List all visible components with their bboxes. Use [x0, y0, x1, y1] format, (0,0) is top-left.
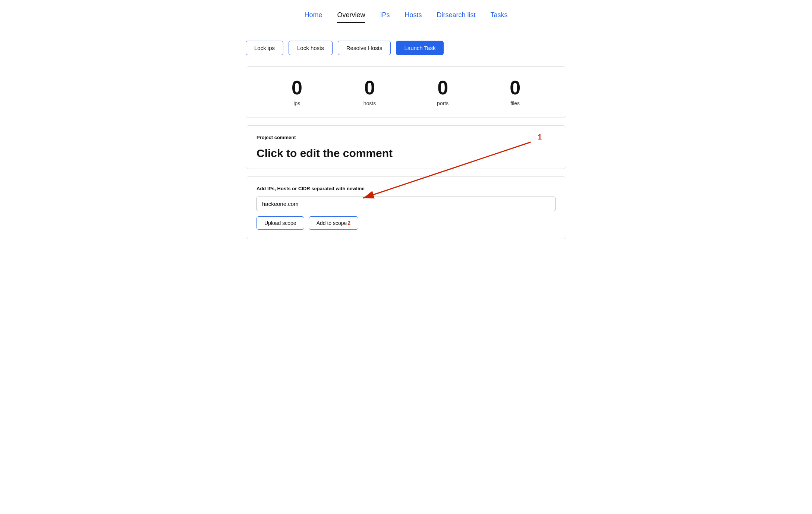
add-to-scope-button[interactable]: Add to scope2	[309, 216, 359, 230]
project-comment-card: Project comment Click to edit the commen…	[246, 125, 566, 169]
nav-dirsearch[interactable]: Dirsearch list	[437, 11, 476, 22]
stat-files-value: 0	[510, 78, 520, 97]
add-to-scope-badge: 2	[347, 220, 350, 226]
nav-hosts[interactable]: Hosts	[405, 11, 422, 22]
stat-hosts: 0 hosts	[363, 78, 376, 106]
add-ips-title: Add IPs, Hosts or CIDR separated with ne…	[256, 186, 556, 191]
stat-ports: 0 ports	[437, 78, 449, 106]
launch-task-button[interactable]: Launch Task	[396, 41, 444, 55]
add-ips-card: Add IPs, Hosts or CIDR separated with ne…	[246, 176, 566, 239]
cards-section: Project comment Click to edit the commen…	[246, 125, 566, 239]
stat-ips: 0 ips	[292, 78, 302, 106]
stats-card: 0 ips 0 hosts 0 ports 0 files	[246, 66, 566, 118]
navigation: Home Overview IPs Hosts Dirsearch list T…	[246, 11, 566, 22]
stat-ips-value: 0	[292, 78, 302, 97]
stat-ports-label: ports	[437, 100, 449, 106]
resolve-hosts-button[interactable]: Resolve Hosts	[338, 41, 391, 55]
scope-buttons-row: Upload scope Add to scope2	[256, 216, 556, 230]
stat-hosts-label: hosts	[363, 100, 376, 106]
upload-scope-button[interactable]: Upload scope	[256, 216, 304, 230]
scope-input[interactable]	[256, 197, 556, 211]
nav-overview[interactable]: Overview	[337, 11, 365, 22]
lock-hosts-button[interactable]: Lock hosts	[289, 41, 333, 55]
action-buttons-row: Lock ips Lock hosts Resolve Hosts Launch…	[246, 41, 566, 55]
stat-ips-label: ips	[292, 100, 302, 106]
nav-tasks[interactable]: Tasks	[491, 11, 508, 22]
project-comment-title: Project comment	[256, 135, 556, 140]
nav-home[interactable]: Home	[304, 11, 322, 22]
stat-hosts-value: 0	[363, 78, 376, 97]
lock-ips-button[interactable]: Lock ips	[246, 41, 283, 55]
project-comment-text[interactable]: Click to edit the comment	[256, 147, 556, 160]
stat-ports-value: 0	[437, 78, 449, 97]
add-to-scope-label: Add to scope	[317, 220, 347, 226]
nav-ips[interactable]: IPs	[380, 11, 390, 22]
stat-files-label: files	[510, 100, 520, 106]
stat-files: 0 files	[510, 78, 520, 106]
